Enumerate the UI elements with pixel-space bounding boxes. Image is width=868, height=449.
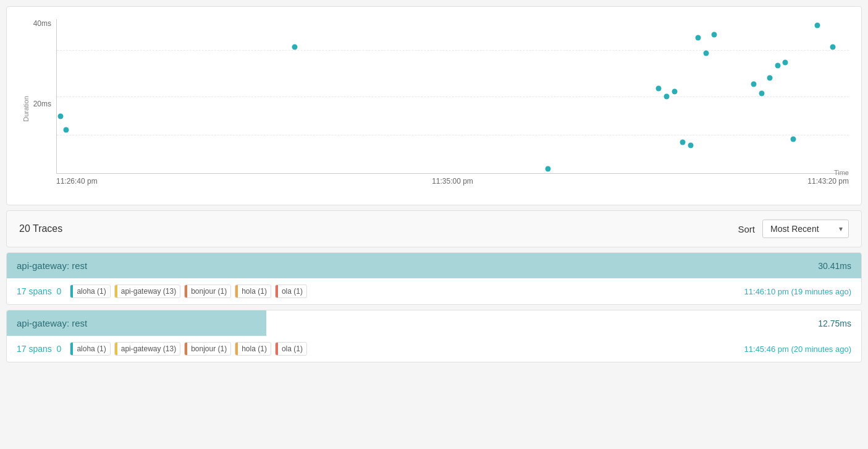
chart-dot	[759, 90, 764, 96]
tags-2: aloha (1) api-gateway (13) bonjour (1) h…	[70, 342, 307, 356]
trace-duration-1: 30.41ms	[808, 254, 861, 278]
trace-timestamp-1: 11:46:10 pm (19 minutes ago)	[744, 287, 851, 296]
tags-1: aloha (1) api-gateway (13) bonjour (1) h…	[70, 284, 307, 298]
tag-aloha-label-2: aloha (1)	[73, 343, 109, 354]
tag-apigateway-2: api-gateway (13)	[114, 342, 180, 356]
x-axis: 11:26:40 pm 11:35:00 pm 11:43:20 pm	[56, 177, 849, 186]
tag-bonjour-label-1: bonjour (1)	[187, 286, 230, 297]
tag-ola-label-2: ola (1)	[278, 343, 306, 354]
tag-apigateway-label-2: api-gateway (13)	[117, 343, 180, 354]
chart-dot	[545, 166, 550, 171]
trace-header-1: api-gateway: rest 30.41ms	[7, 253, 861, 278]
chart-dot	[58, 113, 64, 119]
grid-line-low	[57, 135, 849, 135]
x-label-3: 11:43:20 pm	[807, 177, 849, 186]
chart-dot	[712, 32, 717, 37]
tag-ola-1: ola (1)	[275, 284, 307, 298]
trace-body-1: 17 spans 0 aloha (1) api-gateway (13) bo…	[7, 278, 861, 304]
chart-area: Duration 40ms 20ms Time	[56, 19, 849, 199]
tag-hola-label-2: hola (1)	[238, 343, 271, 354]
tag-aloha-label-1: aloha (1)	[73, 286, 109, 297]
chart-plot: Time	[56, 19, 849, 174]
tag-ola-label-1: ola (1)	[278, 286, 306, 297]
trace-name-1: api-gateway: rest	[17, 260, 87, 271]
trace-duration-value-1: 30.41ms	[818, 261, 851, 271]
y-label-40ms: 40ms	[33, 19, 51, 28]
trace-partial-header-2: api-gateway: rest	[7, 310, 266, 336]
chart-dot	[672, 89, 677, 95]
trace-duration-2: 12.75ms	[808, 311, 861, 336]
chart-dot	[292, 44, 297, 49]
chart-dot	[775, 62, 780, 68]
trace-body-2: 17 spans 0 aloha (1) api-gateway (13) bo…	[7, 336, 861, 362]
sort-container: Sort Most Recent Longest First Shortest …	[738, 220, 849, 238]
chart-dot	[830, 44, 836, 49]
y-label-20ms: 20ms	[33, 100, 51, 108]
spans-info-2: 17 spans 0	[17, 344, 61, 354]
time-axis-title: Time	[834, 169, 849, 176]
trace-name-block-1: api-gateway: rest	[7, 253, 97, 278]
tag-hola-label-1: hola (1)	[238, 286, 271, 297]
sort-select-wrapper[interactable]: Most Recent Longest First Shortest First	[762, 220, 849, 238]
tag-hola-1: hola (1)	[235, 284, 271, 298]
chart-dot	[791, 137, 796, 142]
grid-line-mid	[57, 96, 849, 97]
chart-dot	[664, 93, 670, 99]
chart-dot	[751, 81, 757, 87]
chart-dot	[680, 140, 685, 145]
chart-dot	[783, 59, 788, 65]
trace-name-2: api-gateway: rest	[17, 318, 87, 328]
trace-card-2[interactable]: api-gateway: rest 12.75ms 17 spans 0 alo…	[6, 310, 862, 362]
chart-dot	[688, 143, 693, 148]
trace-timestamp-2: 11:45:46 pm (20 minutes ago)	[744, 344, 851, 354]
y-axis: 40ms 20ms	[22, 19, 56, 180]
tag-bonjour-1: bonjour (1)	[184, 284, 231, 298]
spans-info-1: 17 spans 0	[17, 286, 61, 296]
tag-bonjour-2: bonjour (1)	[184, 342, 231, 356]
x-label-1: 11:26:40 pm	[56, 177, 98, 186]
chart-dot	[64, 127, 69, 133]
tag-apigateway-1: api-gateway (13)	[114, 284, 180, 298]
tag-ola-2: ola (1)	[275, 342, 307, 356]
trace-header-row-2: api-gateway: rest 12.75ms	[7, 310, 861, 336]
chart-dot	[814, 22, 820, 28]
trace-card-1[interactable]: api-gateway: rest 30.41ms 17 spans 0 alo…	[6, 252, 862, 305]
chart-section: Duration 40ms 20ms Time	[6, 6, 862, 205]
grid-line-top	[57, 50, 849, 51]
trace-duration-value-2: 12.75ms	[818, 319, 851, 328]
sort-select[interactable]: Most Recent Longest First Shortest First	[762, 220, 849, 238]
chart-dot	[696, 35, 701, 40]
tag-apigateway-label-1: api-gateway (13)	[117, 286, 180, 297]
traces-count: 20 Traces	[19, 223, 62, 234]
sort-label: Sort	[738, 224, 755, 234]
x-label-2: 11:35:00 pm	[432, 177, 473, 186]
tag-aloha-1: aloha (1)	[70, 284, 110, 298]
tag-aloha-2: aloha (1)	[70, 342, 110, 356]
tag-bonjour-label-2: bonjour (1)	[187, 343, 230, 354]
chart-dot	[767, 75, 772, 80]
chart-dot	[656, 86, 662, 92]
traces-header: 20 Traces Sort Most Recent Longest First…	[6, 210, 862, 247]
chart-dot	[704, 50, 709, 56]
tag-hola-2: hola (1)	[235, 342, 271, 356]
